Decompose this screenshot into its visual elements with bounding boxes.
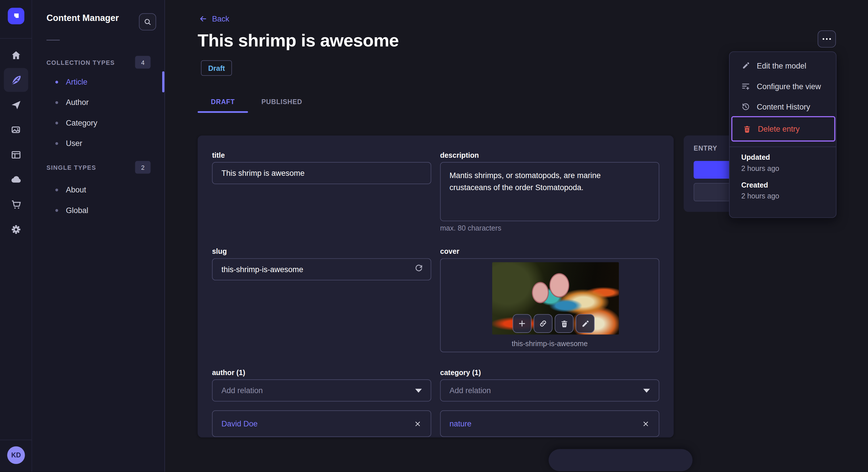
delete-asset-button[interactable] [555,314,574,333]
draft-published-tabs: DRAFT PUBLISHED [198,92,316,111]
sidebar-item-about[interactable]: About [46,183,157,196]
content-builder-feather-icon[interactable] [4,68,28,92]
trash-icon [742,125,751,133]
single-types-header: SINGLE TYPES 2 [46,161,151,173]
copy-link-button[interactable] [534,314,553,333]
more-actions-button[interactable] [818,30,836,47]
cover-filename: this-shrimp-is-awesome [441,339,659,348]
bullet-icon [55,189,58,191]
category-relation-select[interactable]: Add relation [440,379,659,401]
user-avatar[interactable]: KD [7,446,25,464]
remove-author-icon[interactable] [414,419,422,428]
pencil-icon [741,61,750,70]
pencil-icon [581,319,589,328]
slug-field-label: slug [212,247,227,256]
category-relation-item: nature [440,410,659,437]
plus-icon [518,319,526,328]
floating-actions-bar[interactable] [549,449,692,471]
bullet-icon [55,209,58,212]
media-library-icon[interactable] [4,118,28,142]
history-clock-icon [741,102,750,111]
subnav-title: Content Manager [46,13,119,23]
tab-published[interactable]: PUBLISHED [248,92,315,111]
main-nav-rail: KD [0,0,32,472]
updated-value: 2 hours ago [741,164,779,173]
title-field-label: title [212,151,225,160]
trash-icon [560,319,568,328]
content-manager-subnav: Content Manager COLLECTION TYPES 4 Artic… [32,0,165,472]
sidebar-item-article[interactable]: Article [46,75,157,88]
collection-types-count-badge: 4 [135,56,151,69]
title-input[interactable] [212,162,431,184]
rail-bottom-divider [0,440,32,440]
updated-label: Updated [741,153,770,162]
back-arrow-icon [198,14,208,23]
more-actions-menu: Edit the model Configure the view Conten… [729,51,836,218]
sidebar-item-category[interactable]: Category [46,116,157,129]
add-asset-button[interactable] [513,314,532,333]
author-relation-select[interactable]: Add relation [212,379,431,401]
author-relation-item: David Doe [212,410,431,437]
menu-item-configure-view[interactable]: Configure the view [732,76,836,96]
home-icon[interactable] [4,43,28,67]
marketplace-cart-icon[interactable] [4,193,28,216]
page-title: This shrimp is awesome [198,30,399,51]
collection-types-header: COLLECTION TYPES 4 [46,56,151,69]
cover-image [492,262,619,335]
author-relation-link[interactable]: David Doe [221,419,257,428]
subnav-divider [46,40,60,40]
sidebar-item-author[interactable]: Author [46,96,157,109]
bullet-icon [55,80,58,83]
category-field-label: category (1) [440,368,481,376]
menu-item-content-history[interactable]: Content History [732,96,836,117]
bullet-icon [55,142,58,145]
strapi-admin-window: KD Content Manager COLLECTION TYPES 4 Ar… [0,0,868,472]
description-textarea[interactable]: Mantis shrimps, or stomatopods, are mari… [440,162,659,221]
back-link[interactable]: Back [198,14,229,23]
tab-draft[interactable]: DRAFT [198,92,248,111]
regenerate-slug-icon[interactable] [414,264,424,273]
created-value: 2 hours ago [741,192,779,200]
cover-field-label: cover [440,247,459,256]
main-content: Back This shrimp is awesome Draft DRAFT … [165,0,868,472]
configure-view-icon [741,81,750,90]
search-icon [144,18,152,26]
edit-asset-button[interactable] [576,314,595,333]
layout-icon[interactable] [4,143,28,167]
settings-gear-icon[interactable] [4,217,28,241]
rail-divider [0,38,32,39]
menu-divider [730,146,836,147]
strapi-logo[interactable] [8,8,24,24]
category-relation-link[interactable]: nature [450,419,472,428]
menu-item-edit-model[interactable]: Edit the model [732,55,836,76]
status-badge: Draft [201,60,232,76]
created-label: Created [741,181,768,189]
subnav-scrollbar-thumb[interactable] [162,71,164,92]
link-icon [539,319,548,328]
cloud-icon[interactable] [4,167,28,191]
edit-form-panel: title description Mantis shrimps, or sto… [198,136,674,438]
sidebar-item-user[interactable]: User [46,136,157,150]
search-button[interactable] [139,13,156,30]
description-field-label: description [440,151,479,160]
menu-item-delete-entry[interactable]: Delete entry [732,116,836,142]
author-field-label: author (1) [212,368,245,376]
sidebar-item-global[interactable]: Global [46,204,157,217]
slug-input[interactable] [212,258,431,280]
remove-category-icon[interactable] [642,419,650,428]
single-types-count-badge: 2 [135,161,151,173]
entry-panel-title: ENTRY [694,144,717,152]
chevron-down-icon [643,389,650,393]
description-hint: max. 80 characters [440,224,501,232]
cover-field: this-shrimp-is-awesome [440,258,659,352]
send-icon[interactable] [4,93,28,117]
chevron-down-icon [415,389,422,393]
bullet-icon [55,121,58,124]
bullet-icon [55,101,58,104]
